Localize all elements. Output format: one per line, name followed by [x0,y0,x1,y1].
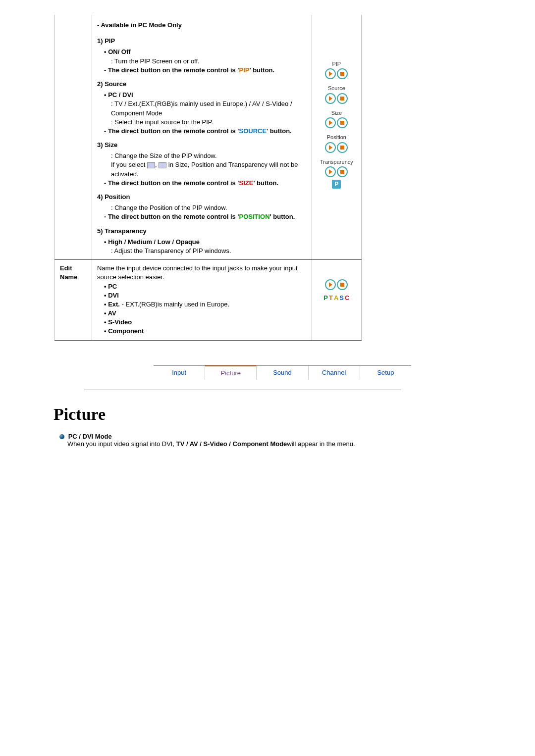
p-box-icon: P [332,180,341,189]
row-label-edit-name: Edit Name [55,260,92,341]
available-note: - Available in PC Mode Only [97,21,307,30]
stop-icon [337,142,348,153]
source-line2: : Select the input source for the PIP. [111,118,307,127]
edit-name-content: Name the input device connected to the i… [92,260,312,341]
play-icon [325,279,336,290]
play-icon [325,142,336,153]
section-title: Picture [54,405,515,424]
source-direct: - The direct button on the remote contro… [104,127,307,136]
pip-onoff: • ON/ Off [104,48,307,56]
settings-table: - Available in PC Mode Only 1) PIP • ON/… [54,15,362,341]
source-line1: : TV / Ext.(EXT.(RGB)is mainly used in E… [111,100,307,117]
position-line1: : Change the Position of the PIP window. [111,203,307,212]
pip-onoff-desc: : Turn the PIP Screen on or off. [111,57,307,66]
source-heading: 2) Source [97,80,307,89]
position-direct: - The direct button on the remote contro… [104,212,307,221]
size-direct: - The direct button on the remote contro… [104,179,307,188]
tab-input[interactable]: Input [154,366,205,380]
transparency-desc: : Adjust the Transparency of PIP windows… [111,247,307,255]
mode-block: PC / DVI Mode When you input video signa… [59,433,515,448]
icon-column-1: PIP Source Size Position Transparency P [312,15,361,260]
opt-pc: • PC [104,282,307,291]
opt-dvi: • DVI [104,291,307,300]
play-icon [325,93,336,104]
size-line2: If you select , in Size, Position and Tr… [111,160,307,178]
play-icon [325,117,336,128]
size-line1: : Change the Size of the PIP window. [111,151,307,160]
mode-title: PC / DVI Mode [68,433,112,440]
size-heading: 3) Size [97,141,307,150]
opt-av: • AV [104,309,307,318]
divider [84,390,401,390]
pip-heading: 1) PIP [97,37,307,46]
source-pcdvi: • PC / DVI [104,91,307,100]
transparency-options: • High / Medium / Low / Opaque [104,238,307,247]
play-icon [325,68,336,79]
icon-label-position: Position [317,134,356,141]
position-heading: 4) Position [97,193,307,202]
edit-name-intro: Name the input device connected to the i… [97,264,307,282]
icon-column-2: PTASC [312,260,361,341]
opt-ext: • Ext. - EXT.(RGB)is mainly used in Euro… [104,300,307,309]
icon-label-source: Source [317,85,356,92]
tab-channel[interactable]: Channel [309,366,360,380]
bullet-icon [59,434,64,439]
tab-bar: Input Picture Sound Channel Setup [154,365,411,380]
stop-icon [337,279,348,290]
transparency-heading: 5) Transparency [97,227,307,236]
opt-svideo: • S-Video [104,318,307,327]
tab-picture[interactable]: Picture [205,365,257,380]
pip-content: - Available in PC Mode Only 1) PIP • ON/… [92,15,312,260]
opt-component: • Component [104,327,307,336]
icon-label-size: Size [317,109,356,117]
stop-icon [337,166,348,177]
tab-sound[interactable]: Sound [257,366,308,380]
pip-direct: - The direct button on the remote contro… [104,66,307,75]
stop-icon [337,117,348,128]
mode-title-line: PC / DVI Mode [59,433,515,440]
stop-icon [337,93,348,104]
play-icon [325,166,336,177]
size-icon-a [147,162,155,168]
row-label-blank [55,15,92,260]
size-icon-b [159,162,166,168]
icon-label-transparency: Transparency [317,158,356,166]
ptasc-legend: PTASC [317,294,356,302]
mode-desc: When you input video signal into DVI, TV… [67,440,515,448]
tab-setup[interactable]: Setup [360,366,411,380]
icon-label-pip: PIP [317,60,356,68]
stop-icon [337,68,348,79]
